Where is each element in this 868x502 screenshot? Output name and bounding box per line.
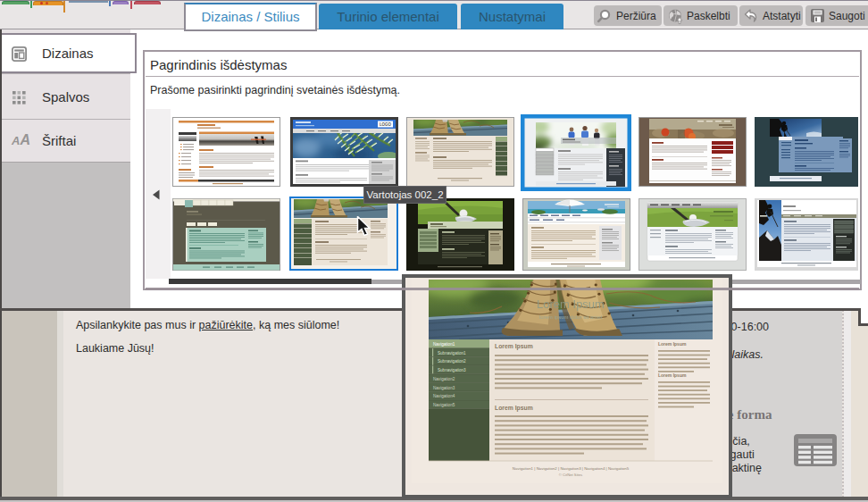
svg-text:Navigation4: Navigation4 (433, 394, 455, 398)
svg-text:Lorem Ipsum: Lorem Ipsum (658, 341, 687, 347)
svg-text:Navigation1: Navigation1 (433, 342, 455, 347)
svg-text:Lorem Ipsum: Lorem Ipsum (495, 405, 533, 412)
svg-text:lorem ipsum dolor sit amet: lorem ipsum dolor sit amet (539, 314, 603, 320)
svg-text:Navigation1 | Navigation2 | Na: Navigation1 | Navigation2 | Navigation3 … (513, 466, 630, 471)
svg-text:LOGO: LOGO (380, 122, 392, 127)
svg-text:Navigation5: Navigation5 (433, 403, 455, 407)
svg-text:Lorem Ipsum: Lorem Ipsum (537, 297, 605, 311)
svg-text:Subnavigation1: Subnavigation1 (438, 351, 466, 356)
svg-text:Lorem Ipsum: Lorem Ipsum (495, 343, 533, 350)
svg-text:Subnavigation2: Subnavigation2 (438, 359, 466, 364)
svg-text:Subnavigation3: Subnavigation3 (438, 368, 466, 372)
svg-text:© CitNet Sites: © CitNet Sites (559, 473, 582, 477)
svg-text:Lorem Ipsum: Lorem Ipsum (658, 372, 687, 378)
svg-text:Navigation2: Navigation2 (433, 377, 455, 381)
svg-text:Navigation3: Navigation3 (433, 386, 455, 390)
